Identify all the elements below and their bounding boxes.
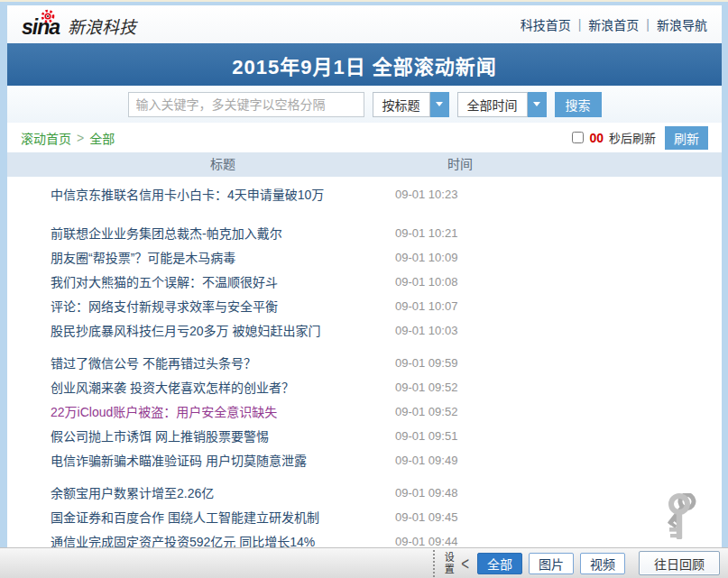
news-row: 股民抄底暴风科技仨月亏20多万 被媳妇赶出家门09-01 10:03 [7, 318, 722, 343]
news-time: 09-01 09:48 [395, 481, 457, 505]
field-select[interactable]: 按标题 [373, 92, 449, 117]
news-row: 国金证券和百度合作 围绕人工智能建立研发机制09-01 09:45 [7, 505, 722, 529]
news-time: 09-01 09:45 [395, 505, 457, 529]
news-row: 我们对大熊猫的五个误解：不温顺很好斗09-01 10:08 [7, 270, 722, 294]
news-title-link[interactable]: 22万iCloud账户被盗：用户安全意识缺失 [51, 405, 277, 419]
news-row: 电信诈骗新骗术瞄准验证码 用户切莫随意泄露09-01 09:49 [7, 448, 722, 472]
news-row: 创业风潮来袭 投资大佬喜欢怎样的创业者？09-01 09:52 [7, 375, 722, 399]
news-time: 09-01 09:59 [395, 351, 457, 375]
news-title-link[interactable]: 中信京东推联名信用卡小白卡：4天申请量破10万 [51, 188, 324, 202]
auto-refresh-controls: 00 秒后刷新 刷新 [572, 126, 708, 150]
news-row: 中信京东推联名信用卡小白卡：4天申请量破10万09-01 10:23 [7, 182, 722, 206]
refresh-countdown-label: 秒后刷新 [609, 129, 656, 146]
news-time: 09-01 10:21 [395, 221, 457, 245]
nav-separator: | [578, 17, 582, 32]
history-button[interactable]: 往日回顾 [639, 551, 720, 575]
news-title-link[interactable]: 国金证券和百度合作 围绕人工智能建立研发机制 [51, 510, 319, 525]
date-banner: 2015年9月1日 全部滚动新闻 [7, 43, 722, 86]
breadcrumb-row: 滚动首页 > 全部 00 秒后刷新 刷新 [7, 123, 722, 152]
search-input[interactable] [128, 92, 364, 117]
news-time: 09-01 09:51 [395, 424, 457, 448]
news-time: 09-01 10:23 [395, 182, 457, 206]
news-time: 09-01 10:08 [395, 270, 457, 294]
window-top-edge [0, 0, 728, 2]
news-title-link[interactable]: 电信诈骗新骗术瞄准验证码 用户切莫随意泄露 [51, 454, 307, 468]
news-time: 09-01 09:52 [395, 375, 457, 399]
nav-separator: | [646, 17, 650, 32]
news-title-link[interactable]: 假公司抛上市诱饵 网上推销股票要警惕 [51, 429, 269, 444]
news-row: 错过了微信公号 不能再错过头条号？09-01 09:59 [7, 351, 722, 375]
drag-handle-icon[interactable] [433, 550, 435, 577]
collapse-chevron-icon[interactable]: < [461, 553, 469, 573]
refresh-countdown: 00 [589, 131, 604, 145]
time-select-value[interactable]: 全部时间 [457, 92, 528, 117]
field-select-value[interactable]: 按标题 [373, 92, 430, 117]
filter-all-button[interactable]: 全部 [477, 553, 522, 574]
nav-link-tech-home[interactable]: 科技首页 [521, 15, 571, 33]
logo-cn-text: 新浪科技 [68, 19, 136, 38]
news-row: 余额宝用户数累计增至2.26亿09-01 09:48 [7, 481, 722, 505]
news-row: 朋友圈“帮投票”？可能是木马病毒09-01 10:09 [7, 245, 722, 270]
refresh-button[interactable]: 刷新 [665, 126, 708, 150]
nav-link-sina-home[interactable]: 新浪首页 [588, 15, 639, 33]
chevron-down-icon[interactable] [528, 92, 547, 117]
news-time: 09-01 10:07 [395, 294, 457, 318]
filter-images-button[interactable]: 图片 [529, 553, 574, 574]
news-time: 09-01 10:09 [395, 245, 457, 270]
top-nav: 科技首页 | 新浪首页 | 新浪导航 [521, 15, 707, 33]
settings-button[interactable]: 设置 [443, 552, 453, 575]
news-title-link[interactable]: 我们对大熊猫的五个误解：不温顺很好斗 [51, 275, 278, 289]
column-header-time: 时间 [388, 152, 532, 177]
news-row: 22万iCloud账户被盗：用户安全意识缺失09-01 09:52 [7, 399, 722, 424]
news-row: 评论：网络支付新规寻求效率与安全平衡09-01 10:07 [7, 294, 722, 318]
news-title-link[interactable]: 余额宝用户数累计增至2.26亿 [51, 486, 214, 500]
sina-eye-icon [40, 9, 56, 27]
breadcrumb-separator: > [77, 131, 84, 145]
column-header-title: 标题 [51, 152, 395, 177]
nav-link-sina-guide[interactable]: 新浪导航 [657, 15, 707, 33]
chevron-down-icon[interactable] [430, 92, 449, 117]
news-title-link[interactable]: 创业风潮来袭 投资大佬喜欢怎样的创业者？ [51, 381, 294, 395]
breadcrumb-home-link[interactable]: 滚动首页 [21, 129, 71, 147]
news-title-link[interactable]: 朋友圈“帮投票”？可能是木马病毒 [51, 251, 235, 265]
filter-videos-button[interactable]: 视频 [580, 553, 625, 574]
search-button[interactable]: 搜索 [555, 92, 602, 117]
news-title-link[interactable]: 股民抄底暴风科技仨月亏20多万 被媳妇赶出家门 [51, 324, 320, 338]
site-header: sina 新浪科技 科技首页 | 新浪首页 | 新浪导航 [7, 5, 722, 43]
breadcrumb: 滚动首页 > 全部 [21, 129, 115, 147]
news-row: 假公司抛上市诱饵 网上推销股票要警惕09-01 09:51 [7, 424, 722, 448]
news-row: 前联想企业业务集团总裁杰-帕克加入戴尔09-01 10:21 [7, 221, 722, 245]
page: sina 新浪科技 科技首页 | 新浪首页 | 新浪导航 2015年9月1日 全… [7, 5, 722, 578]
breadcrumb-current-link[interactable]: 全部 [89, 129, 115, 147]
news-title-link[interactable]: 错过了微信公号 不能再错过头条号？ [51, 356, 256, 371]
search-bar: 按标题 全部时间 搜索 [7, 86, 722, 123]
news-title-link[interactable]: 前联想企业业务集团总裁杰-帕克加入戴尔 [51, 226, 282, 241]
news-list: 中信京东推联名信用卡小白卡：4天申请量破10万09-01 10:23前联想企业业… [7, 177, 722, 554]
news-time: 09-01 10:03 [395, 318, 457, 343]
keys-icon [661, 493, 715, 549]
auto-refresh-checkbox[interactable] [572, 132, 584, 143]
news-time: 09-01 09:49 [395, 448, 457, 472]
bottom-filter-bar: 设置 < 全部 图片 视频 往日回顾 [0, 547, 728, 578]
news-time: 09-01 09:52 [395, 399, 457, 424]
sina-tech-logo[interactable]: sina 新浪科技 [22, 12, 136, 38]
page-title: 2015年9月1日 全部滚动新闻 [232, 50, 497, 79]
list-header: 标题 时间 [7, 152, 722, 177]
news-title-link[interactable]: 评论：网络支付新规寻求效率与安全平衡 [51, 299, 278, 314]
time-select[interactable]: 全部时间 [457, 92, 547, 117]
